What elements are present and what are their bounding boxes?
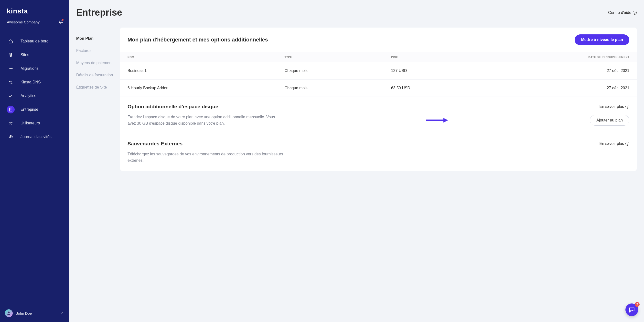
chat-badge: 2: [635, 302, 640, 307]
user-name: John Doe: [16, 311, 32, 316]
page-title: Entreprise: [76, 7, 122, 18]
chart-icon: [7, 92, 15, 100]
svg-point-0: [9, 68, 10, 69]
sidebar-item-label: Tableau de bord: [20, 39, 48, 43]
help-label: Centre d'aide: [608, 10, 631, 15]
subnav-my-plan[interactable]: Mon Plan: [76, 32, 120, 45]
plan-card-title: Mon plan d'hébergement et mes options ad…: [128, 37, 268, 43]
sidebar-item-label: Journal d'activités: [20, 135, 52, 139]
sidebar-item-label: Analytics: [20, 94, 36, 98]
sidebar-item-label: Migrations: [20, 66, 38, 71]
subnav-billing-details[interactable]: Détails de facturation: [76, 69, 120, 81]
help-icon: ?: [633, 11, 637, 15]
chevron-up-icon: [60, 311, 64, 316]
sidebar-item-company[interactable]: Entreprise: [0, 103, 69, 116]
backup-learn-more[interactable]: En savoir plus ?: [600, 142, 630, 146]
col-price: PRIX: [384, 52, 479, 62]
sidebar-item-dashboard[interactable]: Tableau de bord: [0, 34, 69, 48]
col-type: TYPE: [277, 52, 384, 62]
cell-name: Business 1: [120, 62, 277, 80]
svg-point-6: [8, 312, 10, 313]
topbar: Entreprise Centre d'aide ?: [69, 0, 644, 18]
eye-icon: [7, 133, 15, 141]
subnav-payment-methods[interactable]: Moyens de paiement: [76, 57, 120, 69]
backup-section-desc: Téléchargez les sauvegardes de vos envir…: [128, 151, 284, 163]
layers-icon: [7, 51, 15, 59]
building-icon: [7, 106, 15, 113]
cell-type: Chaque mois: [277, 62, 384, 80]
svg-point-2: [12, 83, 12, 83]
col-name: NOM: [120, 52, 277, 62]
arrow-annotation-icon: [425, 117, 448, 124]
cell-type: Chaque mois: [277, 80, 384, 97]
sidebar-item-label: Entreprise: [20, 107, 38, 112]
sidebar-item-label: Utilisateurs: [20, 121, 40, 125]
columns: Mon Plan Factures Moyens de paiement Dét…: [69, 18, 644, 322]
sidebar-nav: Tableau de bord Sites Migrations Kinsta …: [0, 34, 69, 144]
org-selector[interactable]: Awesome Company: [0, 19, 69, 25]
table-row: Business 1 Chaque mois 127 USD 27 déc. 2…: [120, 62, 637, 80]
sidebar-item-users[interactable]: Utilisateurs: [0, 116, 69, 130]
cell-renewal: 27 déc. 2021: [479, 80, 637, 97]
plan-table: NOM TYPE PRIX DATE DE RENOUVELLEMENT Bus…: [120, 52, 637, 97]
subnav-site-labels[interactable]: Étiquettes de Site: [76, 81, 120, 93]
backup-section: Sauvegardes Externes En savoir plus ? Té…: [120, 134, 637, 171]
brand-logo: kinsta: [7, 7, 69, 15]
cell-price: 63.50 USD: [384, 80, 479, 97]
disk-learn-more[interactable]: En savoir plus ?: [600, 104, 630, 109]
user-plus-icon: [7, 119, 15, 127]
sidebar: kinsta Awesome Company Tableau de bord S…: [0, 0, 69, 322]
svg-rect-3: [10, 108, 12, 111]
avatar: [5, 309, 13, 317]
help-icon: ?: [626, 105, 629, 109]
plan-card-header: Mon plan d'hébergement et mes options ad…: [120, 27, 637, 52]
backup-section-title: Sauvegardes Externes: [128, 141, 182, 147]
svg-point-4: [10, 122, 11, 123]
add-to-plan-button[interactable]: Ajouter au plan: [590, 115, 629, 126]
subnav: Mon Plan Factures Moyens de paiement Dét…: [69, 18, 120, 322]
disk-section-title: Option additionnelle d'espace disque: [128, 104, 218, 110]
help-icon: ?: [626, 142, 629, 146]
sidebar-item-analytics[interactable]: Analytics: [0, 89, 69, 103]
table-row: 6 Hourly Backup Addon Chaque mois 63.50 …: [120, 80, 637, 97]
svg-point-1: [9, 81, 10, 82]
sidebar-item-label: Kinsta DNS: [20, 80, 41, 84]
disk-section-desc: Étendez l'espace disque de votre plan av…: [128, 114, 284, 126]
cell-name: 6 Hourly Backup Addon: [120, 80, 277, 97]
sidebar-item-dns[interactable]: Kinsta DNS: [0, 75, 69, 89]
dns-icon: [7, 78, 15, 86]
sidebar-item-sites[interactable]: Sites: [0, 48, 69, 62]
chat-button[interactable]: 2: [626, 304, 638, 316]
col-renewal: DATE DE RENOUVELLEMENT: [479, 52, 637, 62]
svg-point-5: [10, 136, 12, 138]
content: Mon plan d'hébergement et mes options ad…: [120, 18, 644, 322]
notification-dot: [62, 19, 64, 21]
home-icon: [7, 37, 15, 45]
migrate-icon: [7, 65, 15, 72]
bell-icon[interactable]: [59, 19, 63, 25]
plan-card: Mon plan d'hébergement et mes options ad…: [120, 27, 637, 171]
sidebar-item-migrations[interactable]: Migrations: [0, 62, 69, 75]
cell-price: 127 USD: [384, 62, 479, 80]
disk-section: Option additionnelle d'espace disque En …: [120, 97, 637, 134]
help-link[interactable]: Centre d'aide ?: [608, 10, 637, 15]
upgrade-plan-button[interactable]: Mettre à niveau le plan: [574, 34, 629, 45]
svg-marker-8: [444, 118, 448, 123]
sidebar-item-label: Sites: [20, 53, 29, 57]
subnav-invoices[interactable]: Factures: [76, 45, 120, 57]
sidebar-item-activity[interactable]: Journal d'activités: [0, 130, 69, 144]
main: Entreprise Centre d'aide ? Mon Plan Fact…: [69, 0, 644, 322]
org-name: Awesome Company: [7, 20, 40, 24]
cell-renewal: 27 déc. 2021: [479, 62, 637, 80]
user-menu[interactable]: John Doe: [0, 309, 69, 317]
